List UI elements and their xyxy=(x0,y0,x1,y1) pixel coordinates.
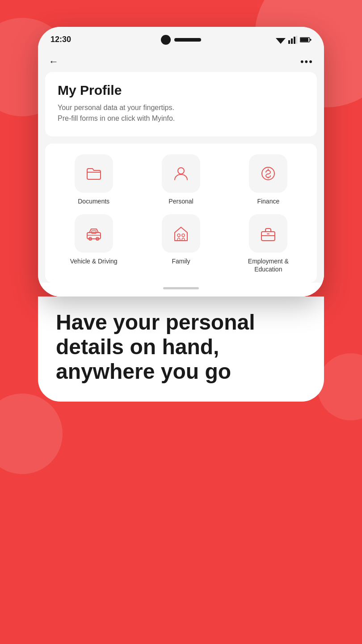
svg-rect-1 xyxy=(288,40,290,44)
svg-rect-4 xyxy=(296,36,297,44)
icon-label-vehicle: Vehicle & Driving xyxy=(70,257,118,265)
icon-box-family xyxy=(162,214,200,253)
person-icon xyxy=(172,165,190,182)
notch-area xyxy=(161,35,201,45)
folder-icon xyxy=(85,165,103,182)
svg-point-15 xyxy=(177,234,180,237)
icon-item-family[interactable]: Family xyxy=(139,214,222,273)
phone-frame: 12:30 xyxy=(38,27,324,402)
icon-box-vehicle xyxy=(75,214,113,253)
tagline-section: Have your personal details on hand, anyw… xyxy=(38,297,324,402)
icon-item-employment[interactable]: Employment &Education xyxy=(227,214,310,273)
svg-point-16 xyxy=(182,234,185,237)
profile-title: My Profile xyxy=(58,83,304,98)
status-time: 12:30 xyxy=(51,35,71,44)
back-button[interactable]: ← xyxy=(49,57,59,67)
wifi-icon xyxy=(276,36,286,44)
battery-icon xyxy=(300,37,311,43)
icon-grid-section: Documents Personal xyxy=(45,144,317,283)
nav-bar: ← ••• xyxy=(38,49,324,72)
app-content: ← ••• My Profile Your personal data at y… xyxy=(38,49,324,297)
svg-point-8 xyxy=(178,168,184,174)
briefcase-icon xyxy=(259,225,277,242)
signal-icon xyxy=(288,36,297,44)
dollar-circle-icon xyxy=(259,165,277,182)
profile-subtitle: Your personal data at your fingertips.Pr… xyxy=(58,102,304,124)
car-icon xyxy=(85,225,103,242)
icon-item-finance[interactable]: Finance xyxy=(227,154,310,205)
icon-item-documents[interactable]: Documents xyxy=(52,154,135,205)
status-bar: 12:30 xyxy=(38,27,324,49)
icon-item-vehicle[interactable]: Vehicle & Driving xyxy=(52,214,135,273)
icon-label-finance: Finance xyxy=(257,197,279,205)
svg-rect-6 xyxy=(310,39,311,41)
svg-marker-0 xyxy=(276,38,286,44)
speaker-bar xyxy=(174,38,201,42)
bottom-handle xyxy=(163,287,199,289)
svg-rect-2 xyxy=(291,38,293,44)
svg-rect-7 xyxy=(300,38,308,42)
svg-rect-3 xyxy=(294,37,295,44)
icon-box-documents xyxy=(75,154,113,193)
profile-header-card: My Profile Your personal data at your fi… xyxy=(45,72,317,136)
phone-bottom xyxy=(38,283,324,297)
icon-grid: Documents Personal xyxy=(52,154,310,274)
icon-box-personal xyxy=(162,154,200,193)
icon-label-documents: Documents xyxy=(78,197,109,205)
camera-dot xyxy=(161,35,171,45)
family-home-icon xyxy=(172,225,190,242)
icon-label-family: Family xyxy=(172,257,190,265)
more-button[interactable]: ••• xyxy=(300,56,313,68)
icon-label-personal: Personal xyxy=(168,197,193,205)
status-icons xyxy=(276,36,311,44)
icon-box-employment xyxy=(249,214,287,253)
icon-label-employment: Employment &Education xyxy=(248,257,289,273)
tagline-text: Have your personal details on hand, anyw… xyxy=(56,310,306,384)
icon-box-finance xyxy=(249,154,287,193)
icon-item-personal[interactable]: Personal xyxy=(139,154,222,205)
